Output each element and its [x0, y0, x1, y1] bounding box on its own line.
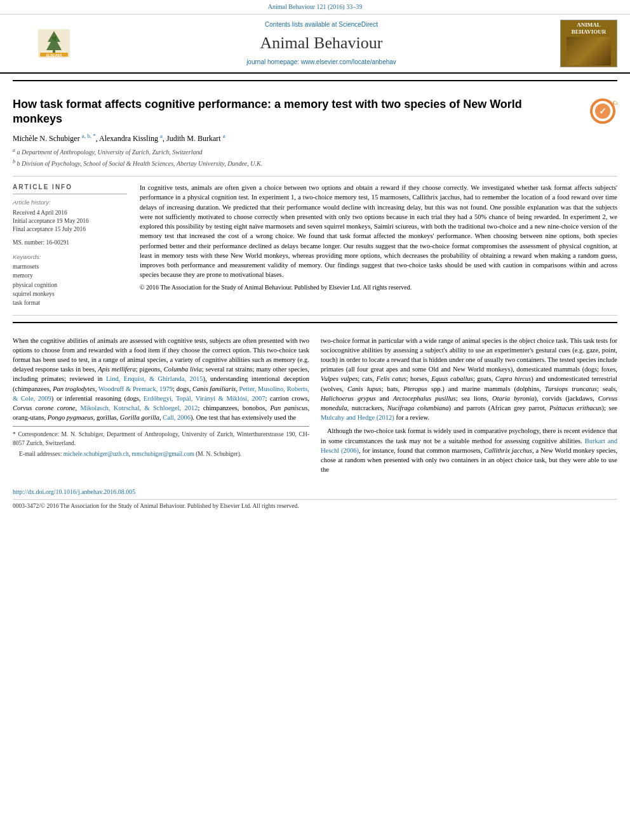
- abstract-column: In cognitive tests, animals are often gi…: [140, 183, 617, 308]
- keywords-block: Keywords: marmosets memory physical cogn…: [13, 253, 127, 308]
- footnote-correspondence: * Correspondence: M. N. Schubiger, Depar…: [13, 430, 309, 448]
- affiliation-a: a a Department of Anthropology, Universi…: [13, 147, 617, 157]
- abstract-text: In cognitive tests, animals are often gi…: [140, 184, 617, 278]
- elsevier-logo: 🌿 ELSEVIER: [35, 26, 73, 61]
- homepage-label: journal homepage:: [246, 58, 299, 65]
- header-divider: [13, 80, 617, 81]
- journal-header: 🌿 ELSEVIER Contents lists available at S…: [0, 15, 630, 74]
- cover-image: [566, 37, 611, 65]
- ref-mikolasch[interactable]: Mikolasch, Kotrschal, & Schloegel, 2012: [80, 404, 198, 411]
- keyword-5: task format: [13, 299, 127, 307]
- svg-text:ELSEVIER: ELSEVIER: [46, 53, 62, 57]
- crossmark-icon[interactable]: ✓ CrossMark: [589, 97, 617, 126]
- keyword-1: marmosets: [13, 263, 127, 271]
- sciencedirect-link[interactable]: ScienceDirect: [338, 21, 378, 28]
- article-info-abstract-row: ARTICLE INFO Article history: Received 4…: [13, 177, 617, 315]
- contents-label: Contents lists available at: [265, 21, 337, 28]
- contents-line: Contents lists available at ScienceDirec…: [95, 20, 547, 29]
- abstract-copyright: © 2016 The Association for the Study of …: [140, 283, 617, 293]
- authors-line: Michèle N. Schubiger a, b, *, Alexandra …: [13, 132, 617, 144]
- article-dates: Received 4 April 2016 Initial acceptance…: [13, 209, 127, 234]
- ref-woodruff[interactable]: Woodruff & Premack, 1979: [98, 385, 173, 392]
- body-right-column: two-choice format in particular with a w…: [321, 336, 617, 479]
- body-para-right-2: Although the two-choice task format is w…: [321, 426, 617, 474]
- svg-text:✓: ✓: [599, 107, 607, 116]
- journal-citation: Animal Behaviour 121 (2016) 33–39: [268, 3, 362, 10]
- paper-title: How task format affects cognitive perfor…: [13, 97, 546, 127]
- ref-call[interactable]: Call, 2006: [163, 414, 191, 421]
- body-para-1: When the cognitive abilities of animals …: [13, 336, 309, 423]
- elsevier-tree-icon: 🌿 ELSEVIER: [35, 26, 73, 61]
- publisher-logo-area: 🌿 ELSEVIER: [13, 26, 95, 61]
- journal-title-area: Contents lists available at ScienceDirec…: [95, 20, 547, 66]
- ref-burkart-heschl[interactable]: Burkart and Heschl (2006): [321, 437, 617, 454]
- received-date: Received 4 April 2016: [13, 209, 127, 217]
- ref-lind-2015[interactable]: Lind, Enquist, & Ghirlanda, 2015: [106, 375, 203, 382]
- body-left-column: When the cognitive abilities of animals …: [13, 336, 309, 479]
- ref-erdohegyi[interactable]: Erdőhegyi, Topál, Virányi & Miklósi, 200…: [144, 395, 265, 402]
- body-text-area: When the cognitive abilities of animals …: [13, 330, 617, 485]
- journal-homepage: journal homepage: www.elsevier.com/locat…: [95, 58, 547, 67]
- keyword-4: squirrel monkeys: [13, 290, 127, 298]
- journal-title: Animal Behaviour: [95, 32, 547, 55]
- homepage-link[interactable]: www.elsevier.com/locate/anbehav: [301, 58, 396, 65]
- doi-line[interactable]: http://dx.doi.org/10.1016/j.anbehav.2016…: [13, 488, 617, 497]
- body-para-right-1: two-choice format in particular with a w…: [321, 336, 617, 423]
- ref-mulcahy[interactable]: Mulcahy and Hedge (2012): [321, 414, 394, 421]
- article-info-column: ARTICLE INFO Article history: Received 4…: [13, 183, 127, 308]
- paper-title-row: How task format affects cognitive perfor…: [13, 97, 617, 127]
- final-accept-date: Final acceptance 15 July 2016: [13, 225, 127, 234]
- journal-cover-image: ANIMALBEHAVIOUR: [560, 20, 617, 67]
- initial-accept-date: Initial acceptance 19 May 2016: [13, 217, 127, 225]
- authors-text: Michèle N. Schubiger a, b, *, Alexandra …: [13, 134, 225, 143]
- ms-number: MS. number: 16-00291: [13, 239, 127, 247]
- footer-copyright: 0003-3472/© 2016 The Association for the…: [13, 499, 617, 510]
- abstract-body-divider: [13, 322, 617, 323]
- keyword-2: memory: [13, 272, 127, 280]
- journal-citation-bar: Animal Behaviour 121 (2016) 33–39: [0, 0, 630, 15]
- footnote-email: E-mail addresses: michele.schubiger@uzh.…: [13, 450, 309, 459]
- history-label: Article history:: [13, 198, 127, 206]
- article-info-header: ARTICLE INFO: [13, 183, 127, 194]
- keywords-label: Keywords:: [13, 253, 127, 261]
- cover-title: ANIMALBEHAVIOUR: [572, 22, 606, 36]
- footnote-section: * Correspondence: M. N. Schubiger, Depar…: [13, 426, 309, 463]
- affiliation-b: b b Division of Psychology, School of So…: [13, 158, 617, 168]
- journal-cover-area: ANIMALBEHAVIOUR: [547, 20, 617, 67]
- paper-title-section: How task format affects cognitive perfor…: [13, 88, 617, 177]
- main-content: How task format affects cognitive perfor…: [0, 80, 630, 510]
- keyword-3: physical cognition: [13, 281, 127, 290]
- svg-text:CrossMark: CrossMark: [613, 100, 617, 106]
